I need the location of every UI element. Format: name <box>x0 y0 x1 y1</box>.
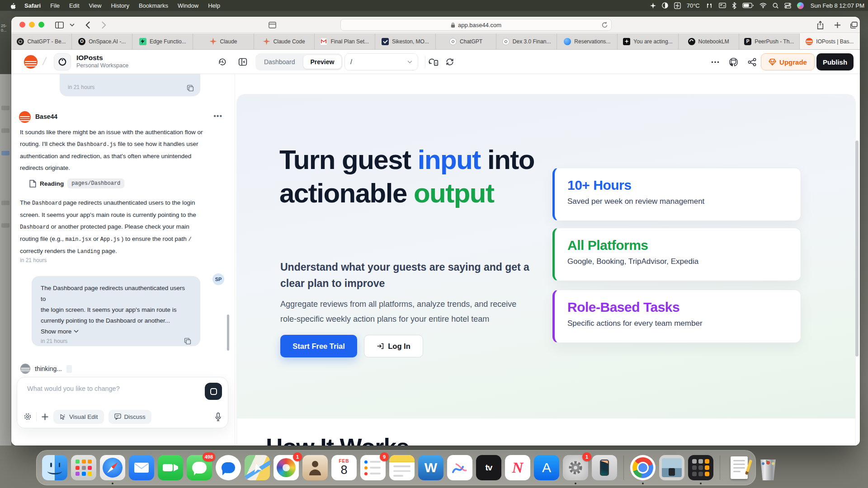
microphone-icon[interactable] <box>215 413 222 421</box>
tab-claude[interactable]: Claude <box>193 33 254 49</box>
dock-messages-icon[interactable]: 498 <box>187 455 212 480</box>
menu-file[interactable]: File <box>50 2 60 9</box>
chevron-down-icon[interactable] <box>67 20 77 30</box>
tab-final-plan[interactable]: Final Plan Set... <box>315 33 375 49</box>
visual-edit-button[interactable]: Visual Edit <box>53 410 104 424</box>
apple-menu-icon[interactable] <box>10 2 16 9</box>
dock-app-store-icon[interactable]: A <box>534 455 559 480</box>
app-icon[interactable] <box>54 53 71 70</box>
battery-icon[interactable] <box>742 3 754 8</box>
chat-composer[interactable]: What would you like to change? Visual Ed… <box>17 377 228 428</box>
dock-notes-icon[interactable] <box>389 455 415 480</box>
wifi-icon[interactable] <box>760 3 767 8</box>
message-menu-icon[interactable]: ••• <box>213 112 222 120</box>
tab-edge-functions[interactable]: Edge Functio... <box>132 33 193 49</box>
dock-settings-icon[interactable]: 1 <box>563 455 588 480</box>
show-more-toggle[interactable]: Show more <box>41 328 191 335</box>
refresh-icon[interactable] <box>444 56 455 67</box>
dock-facetime-icon[interactable] <box>158 455 183 480</box>
attach-plus-icon[interactable] <box>41 413 49 421</box>
minimize-window-button[interactable] <box>29 22 35 28</box>
dock-word-icon[interactable]: W <box>418 455 443 480</box>
zoom-window-button[interactable] <box>38 22 44 28</box>
tab-onspace[interactable]: OOnSpace.AI -... <box>72 33 132 49</box>
tab-overview-icon[interactable] <box>849 20 859 30</box>
dock-finder-icon[interactable] <box>42 455 67 480</box>
share-icon[interactable] <box>815 20 825 30</box>
spotlight-search-icon[interactable] <box>773 3 778 9</box>
dock-chrome-icon[interactable] <box>630 455 656 480</box>
back-button[interactable] <box>83 20 93 30</box>
tab-preview[interactable]: Preview <box>303 55 342 69</box>
temperature-status[interactable]: 70°C <box>687 2 700 9</box>
settings-gear-icon[interactable] <box>24 413 32 421</box>
start-free-trial-button[interactable]: Start Free Trial <box>280 335 357 357</box>
tab-notebooklm[interactable]: NotebookLM <box>679 33 739 49</box>
menu-help[interactable]: Help <box>208 2 220 9</box>
preview-scrollbar[interactable] <box>855 141 859 357</box>
control-center-icon[interactable] <box>784 3 791 9</box>
dock-contacts-icon[interactable] <box>302 455 328 480</box>
dock-maps-icon[interactable] <box>245 455 270 480</box>
app-name[interactable]: IOPosts <box>76 54 103 62</box>
tab-sikeston[interactable]: Sikeston, MO... <box>375 33 436 49</box>
dock-mail-icon[interactable] <box>129 455 154 480</box>
log-in-button[interactable]: Log In <box>364 335 423 357</box>
window-manager-icon[interactable] <box>719 3 726 8</box>
reading-target[interactable]: pages/Dashboard <box>67 178 124 188</box>
workspace-name[interactable]: Personal Workspace <box>76 62 128 69</box>
sparkle-status-icon[interactable] <box>650 3 656 9</box>
copy-icon[interactable] <box>187 84 194 92</box>
sidebar-toggle-icon[interactable] <box>54 20 64 30</box>
responsive-devices-icon[interactable]: 0 <box>428 56 439 67</box>
menu-safari[interactable]: Safari <box>24 2 41 9</box>
discuss-button[interactable]: Discuss <box>108 410 151 424</box>
dock-calendar-icon[interactable]: FEB8 <box>331 455 357 480</box>
siri-icon[interactable] <box>797 2 804 9</box>
dock-trash-icon[interactable] <box>755 455 781 480</box>
dock-iphone-mirroring-icon[interactable] <box>592 455 617 480</box>
history-icon[interactable] <box>217 56 228 67</box>
menu-window[interactable]: Window <box>178 2 198 9</box>
more-options-icon[interactable] <box>710 56 721 67</box>
dock-document-icon[interactable] <box>726 455 752 480</box>
base44-logo[interactable] <box>24 55 38 69</box>
chat-scrollbar[interactable] <box>227 314 229 351</box>
new-tab-icon[interactable] <box>832 20 842 30</box>
close-window-button[interactable] <box>19 22 25 28</box>
dock-launchpad-icon[interactable] <box>71 455 96 480</box>
publish-button[interactable]: Publish <box>816 53 854 70</box>
collapse-panel-icon[interactable] <box>237 56 248 67</box>
page-settings-icon[interactable] <box>267 20 277 30</box>
airpods-status-icon[interactable] <box>706 3 713 9</box>
dock-news-icon[interactable]: N <box>505 455 530 480</box>
dock-minimized-window[interactable] <box>659 455 684 480</box>
dock-google-messages-icon[interactable] <box>216 455 241 480</box>
route-selector[interactable]: / <box>344 53 418 70</box>
forward-button[interactable] <box>99 20 108 30</box>
tab-reservations[interactable]: Reservations... <box>557 33 618 49</box>
share-network-icon[interactable] <box>746 56 757 67</box>
tab-chatgpt[interactable]: ChatGPT <box>436 33 496 49</box>
menu-bar-clock[interactable]: Sun Feb 8 12:07 PM <box>811 2 864 9</box>
display-contrast-icon[interactable] <box>662 2 668 9</box>
tab-ioposts-active[interactable]: IOPosts | Bas... <box>800 33 860 49</box>
tab-dashboard[interactable]: Dashboard <box>257 55 302 69</box>
stop-generation-button[interactable] <box>205 383 222 400</box>
upgrade-button[interactable]: Upgrade <box>761 53 815 70</box>
dock-apple-tv-icon[interactable]: tv <box>476 455 501 480</box>
fan-control-icon[interactable] <box>674 2 681 9</box>
reload-icon[interactable] <box>602 21 608 28</box>
menu-history[interactable]: History <box>111 2 129 9</box>
github-icon[interactable] <box>728 56 739 67</box>
tab-claude-code[interactable]: Claude Code <box>254 33 315 49</box>
menu-edit[interactable]: Edit <box>69 2 79 9</box>
tab-chatgpt-be[interactable]: ChatGPT - Be... <box>11 33 72 49</box>
menu-view[interactable]: View <box>89 2 102 9</box>
dock-photos-icon[interactable]: 1 <box>274 455 299 480</box>
dock-reminders-icon[interactable]: 9 <box>360 455 386 480</box>
tab-peerpush[interactable]: PPeerPush - Th... <box>739 33 800 49</box>
tab-you-are-acting[interactable]: You are acting... <box>618 33 678 49</box>
dock-safari-icon[interactable] <box>100 455 125 480</box>
copy-icon[interactable] <box>184 338 191 345</box>
